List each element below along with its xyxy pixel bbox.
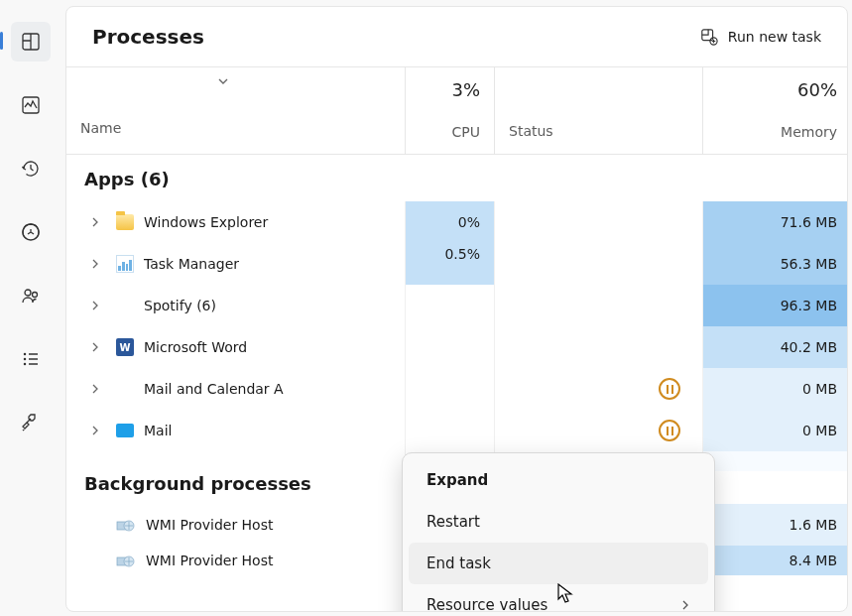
chart-icon [116,255,134,273]
run-task-label: Run new task [728,29,821,45]
column-cpu-label: CPU [420,124,480,140]
startup-icon [21,222,41,242]
status-cell [495,410,703,451]
memory-cell: 0 MB [703,368,847,410]
status-cell [495,243,703,285]
svg-point-3 [25,290,31,296]
memory-cell: 40.2 MB [703,326,847,368]
process-name: Windows Explorer [144,214,268,230]
context-menu: Expand Restart End task Resource values … [402,452,715,611]
cpu-cell: 0% [406,201,495,243]
sidebar-item-users[interactable] [11,276,51,315]
svg-point-7 [24,363,25,364]
process-row[interactable]: Task Manager 0.5% 56.3 MB [66,243,847,285]
context-restart[interactable]: Restart [409,501,708,543]
group-apps: Apps (6) [66,155,847,201]
mail-icon [116,422,134,439]
chevron-right-icon[interactable] [84,426,106,435]
status-cell [495,201,703,243]
memory-total: 60% [717,79,837,100]
memory-cell: 1.6 MB [703,504,847,546]
process-row[interactable]: W Microsoft Word 40.2 MB [66,326,847,368]
process-row[interactable]: Mail and Calendar A 0 MB [66,368,847,410]
svg-point-5 [24,353,25,354]
column-memory-label: Memory [717,124,837,140]
chevron-down-icon [217,77,229,85]
chevron-right-icon[interactable] [84,342,106,352]
sidebar-item-startup[interactable] [11,212,51,252]
chevron-right-icon [681,599,690,611]
context-resource-values[interactable]: Resource values [409,584,708,611]
sidebar-item-processes[interactable] [11,22,51,62]
column-status[interactable]: Status [495,67,703,154]
process-list: Apps (6) Windows Explorer 0% 71.6 MB Tas… [66,155,847,611]
column-memory[interactable]: 60% Memory [703,67,848,154]
cpu-cell [406,410,495,451]
blank-icon [116,297,134,314]
page-title: Processes [92,25,204,49]
processes-icon [21,32,41,52]
pause-icon [659,378,680,400]
cpu-cell [406,368,495,410]
svg-point-6 [24,358,25,359]
process-name: Spotify (6) [144,298,216,313]
svg-point-4 [33,293,38,298]
process-name: Task Manager [144,256,239,272]
word-icon: W [116,338,134,356]
chevron-right-icon[interactable] [84,301,106,310]
run-new-task-button[interactable]: Run new task [700,28,821,46]
column-status-label: Status [509,79,688,139]
sidebar-item-details[interactable] [11,339,51,379]
pause-icon [659,420,680,441]
memory-cell: 71.6 MB [703,201,847,243]
memory-cell: 56.3 MB [703,243,847,285]
column-cpu[interactable]: 3% CPU [406,67,495,154]
column-name-label: Name [80,120,391,136]
sidebar [0,0,61,616]
service-icon [116,552,136,569]
context-expand[interactable]: Expand [409,459,708,501]
process-name: Microsoft Word [144,339,247,355]
users-icon [21,286,41,306]
header: Processes Run new task [66,7,847,67]
column-name[interactable]: Name [66,67,406,154]
cpu-cell: 0.5% [406,243,495,285]
blank-icon [116,380,134,398]
chevron-right-icon[interactable] [84,259,106,269]
performance-icon [21,95,41,115]
status-cell [495,285,703,326]
status-cell [495,368,703,410]
services-icon [21,413,41,432]
process-row[interactable]: Spotify (6) 96.3 MB [66,285,847,326]
column-headers: Name 3% CPU Status 60% Memory [66,67,847,155]
sidebar-item-history[interactable] [11,149,51,188]
cpu-cell [406,326,495,368]
context-end-task[interactable]: End task [409,543,708,584]
folder-icon [116,213,134,231]
cpu-total: 3% [420,79,480,100]
cpu-cell [406,285,495,326]
details-icon [21,349,41,369]
memory-cell: 96.3 MB [703,285,847,326]
process-name: Mail [144,423,172,438]
chevron-right-icon[interactable] [84,384,106,394]
history-icon [21,159,41,179]
sidebar-item-services[interactable] [11,403,51,442]
status-cell [495,326,703,368]
chevron-right-icon[interactable] [84,217,106,227]
process-row[interactable]: Windows Explorer 0% 71.6 MB [66,201,847,243]
process-name: WMI Provider Host [146,553,273,568]
service-icon [116,516,136,534]
process-name: Mail and Calendar A [144,381,284,397]
sidebar-item-performance[interactable] [11,85,51,125]
memory-cell: 0 MB [703,410,847,451]
run-task-icon [700,28,718,46]
process-row[interactable]: Mail 0 MB [66,410,847,451]
main-panel: Processes Run new task Name 3% CPU Statu… [65,6,848,612]
memory-cell: 8.4 MB [703,546,847,575]
process-name: WMI Provider Host [146,517,273,533]
